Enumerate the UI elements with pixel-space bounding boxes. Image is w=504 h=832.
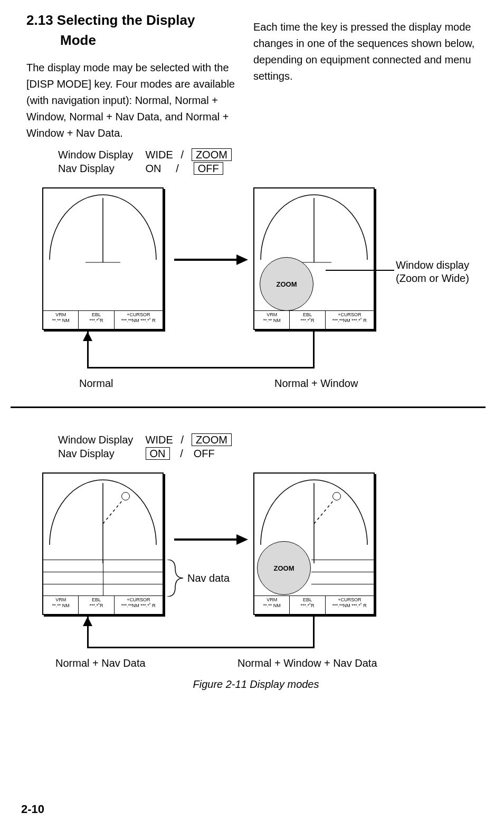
window-display-label: Window Display xyxy=(58,148,142,162)
zoom-text: ZOOM xyxy=(274,564,294,572)
cursor-label: +CURSOR xyxy=(338,312,361,317)
zoom-text: ZOOM xyxy=(277,280,297,288)
ebl-label: EBL xyxy=(303,312,312,317)
arrow-head-icon xyxy=(236,534,248,545)
window-display-text: Window display xyxy=(396,259,469,271)
vrm-value: **.** NM xyxy=(263,603,281,608)
svg-line-5 xyxy=(103,497,125,524)
heading-number: 2.13 xyxy=(26,12,53,28)
caption-normal-window-nav: Normal + Window + Nav Data xyxy=(237,657,377,669)
cursor-value: ***.**NM ***.*˚ R xyxy=(121,603,156,608)
panel-normal-window: ZOOM VRM**.** NM EBL***.*˚R +CURSOR***.*… xyxy=(253,187,375,330)
ebl-label: EBL xyxy=(92,312,101,317)
radar-arc-icon xyxy=(43,474,163,569)
slash-icon: / xyxy=(176,433,188,447)
caption-normal: Normal xyxy=(79,377,113,390)
paragraph-left: The display mode may be selected with th… xyxy=(26,60,243,141)
leader-line xyxy=(326,270,394,271)
connector-line xyxy=(313,617,315,648)
panel-normal-window-nav: ZOOM VRM**.** NM EBL***.*˚R +CURSOR***.*… xyxy=(253,472,375,615)
vrm-label: VRM xyxy=(55,312,66,317)
target-icon xyxy=(332,492,341,500)
arrow-head-icon xyxy=(236,254,248,265)
paragraph-right: Each time the key is pressed the display… xyxy=(253,19,480,84)
connector-line xyxy=(313,332,315,368)
off-text: OFF xyxy=(194,448,215,459)
cursor-value: ***.**NM ***.*˚ R xyxy=(332,603,367,608)
ebl-value: ***.*˚R xyxy=(301,603,315,608)
cursor-label: +CURSOR xyxy=(127,312,150,317)
heading-title-1: Selecting the Display xyxy=(57,12,195,28)
zoom-or-wide-text: (Zoom or Wide) xyxy=(396,272,469,284)
ebl-value: ***.*˚R xyxy=(90,603,103,608)
cursor-label: +CURSOR xyxy=(338,597,361,602)
window-display-annot: Window display (Zoom or Wide) xyxy=(396,259,469,285)
panel-footer: VRM**.** NM EBL***.*˚R +CURSOR***.**NM *… xyxy=(254,595,374,614)
nav-data-rows xyxy=(311,560,374,596)
nav-display-label: Nav Display xyxy=(58,447,142,460)
arrow-icon xyxy=(174,259,237,261)
svg-line-7 xyxy=(314,497,336,524)
on-boxed: ON xyxy=(146,447,170,460)
cursor-value: ***.**NM ***.*˚ R xyxy=(332,318,367,323)
page-number: 2-10 xyxy=(21,802,44,816)
vrm-label: VRM xyxy=(267,312,277,317)
section-divider xyxy=(11,406,486,408)
panel-footer: VRM**.** NM EBL***.*˚R +CURSOR***.**NM *… xyxy=(254,310,374,329)
wide-text: WIDE xyxy=(146,149,173,160)
slash-icon: / xyxy=(164,162,191,175)
caption-normal-nav: Normal + Nav Data xyxy=(55,657,146,669)
panel-normal-nav: VRM**.** NM EBL***.*˚R +CURSOR***.**NM *… xyxy=(42,472,164,615)
vrm-value: **.** NM xyxy=(52,318,70,323)
ebl-label: EBL xyxy=(92,597,101,602)
vrm-label: VRM xyxy=(55,597,66,602)
figure-caption: Figure 2-11 Display modes xyxy=(26,678,486,691)
arrow-icon xyxy=(174,538,237,541)
options-top: Window Display WIDE / ZOOM Nav Display O… xyxy=(58,148,232,175)
options-bottom: Window Display WIDE / ZOOM Nav Display O… xyxy=(58,433,232,460)
target-icon xyxy=(121,492,130,500)
window-display-label: Window Display xyxy=(58,433,142,447)
ebl-value: ***.*˚R xyxy=(301,318,315,323)
nav-data-rows xyxy=(43,560,163,596)
panel-normal: VRM**.** NM EBL***.*˚R +CURSOR***.**NM *… xyxy=(42,187,164,330)
off-boxed: OFF xyxy=(194,162,223,175)
arrow-up-icon xyxy=(83,332,92,341)
connector-line xyxy=(87,367,314,368)
ebl-label: EBL xyxy=(303,597,312,602)
vrm-label: VRM xyxy=(267,597,277,602)
vrm-value: **.** NM xyxy=(52,603,70,608)
slash-icon: / xyxy=(176,148,188,162)
vrm-value: **.** NM xyxy=(263,318,281,323)
connector-line xyxy=(87,647,314,648)
brace-icon xyxy=(165,560,186,597)
panel-footer: VRM**.** NM EBL***.*˚R +CURSOR***.**NM *… xyxy=(43,595,163,614)
wide-text: WIDE xyxy=(146,434,173,446)
panel-footer: VRM**.** NM EBL***.*˚R +CURSOR***.**NM *… xyxy=(43,310,163,329)
nav-data-annot: Nav data xyxy=(187,572,230,585)
zoom-boxed: ZOOM xyxy=(192,148,232,161)
cursor-label: +CURSOR xyxy=(127,597,150,602)
nav-display-label: Nav Display xyxy=(58,162,142,175)
zoom-boxed: ZOOM xyxy=(192,433,232,446)
on-text: ON xyxy=(146,163,161,174)
arrow-up-icon xyxy=(83,617,92,626)
slash-icon: / xyxy=(173,447,191,460)
cursor-value: ***.**NM ***.*˚ R xyxy=(121,318,156,323)
radar-arc-icon xyxy=(43,188,163,310)
zoom-circle: ZOOM xyxy=(257,541,311,595)
ebl-value: ***.*˚R xyxy=(90,318,103,323)
zoom-circle: ZOOM xyxy=(260,257,313,311)
caption-normal-window: Normal + Window xyxy=(274,377,358,390)
